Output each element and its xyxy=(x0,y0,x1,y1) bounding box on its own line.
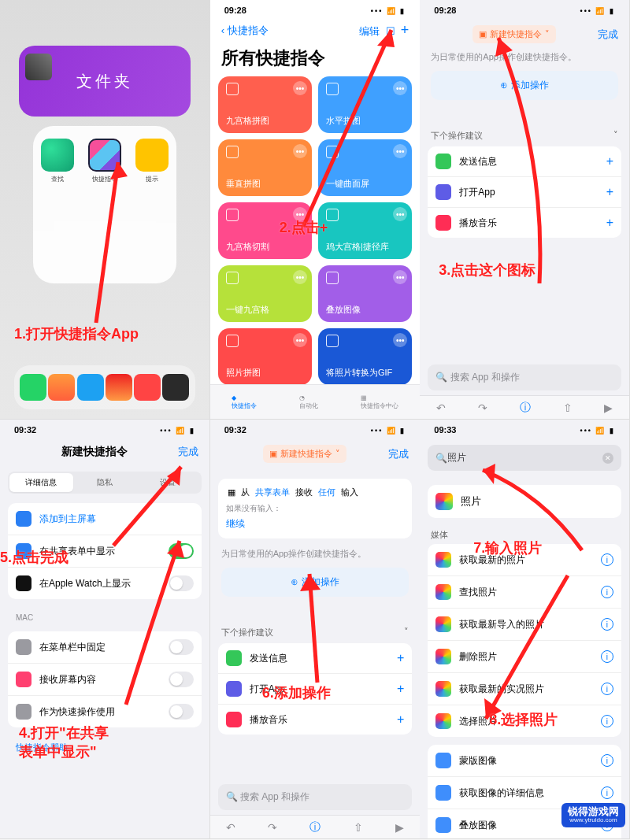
toggle[interactable] xyxy=(169,543,194,559)
select-icon[interactable]: ☐ xyxy=(386,25,395,37)
action-row[interactable]: 查找照片i xyxy=(428,576,621,609)
back-button[interactable]: ‹ 快捷指令 xyxy=(221,24,269,38)
shortcut-tile[interactable]: •••将照片转换为GIF xyxy=(318,328,412,385)
done-button[interactable]: 完成 xyxy=(178,445,198,459)
suggestion-row[interactable]: 播放音乐+ xyxy=(218,705,413,735)
action-row[interactable]: 获取最新导入的照片i xyxy=(428,609,621,641)
add-icon[interactable]: + xyxy=(397,682,404,696)
action-row[interactable]: 删除照片i xyxy=(428,641,621,673)
toggle[interactable] xyxy=(169,575,194,591)
dock-app-4[interactable] xyxy=(106,374,132,401)
info-icon[interactable]: ⓘ xyxy=(520,401,531,415)
shortcut-tile[interactable]: •••九宫格拼图 xyxy=(218,76,312,133)
search-field[interactable]: 🔍 搜索 App 和操作 xyxy=(428,364,621,390)
info-icon[interactable]: i xyxy=(601,786,613,799)
receive-input-card[interactable]: ▦ 从 共享表单 接收 任何 输入 如果没有输入： 继续 xyxy=(218,479,413,538)
info-icon[interactable]: i xyxy=(601,650,613,663)
app-find-my[interactable]: 查找 xyxy=(41,139,74,283)
action-row[interactable]: 选择照片i xyxy=(428,705,621,737)
done-button[interactable]: 完成 xyxy=(388,447,409,461)
info-icon[interactable]: i xyxy=(601,618,613,631)
files-widget[interactable]: 文件夹 xyxy=(19,46,191,117)
add-icon[interactable]: + xyxy=(606,216,613,230)
info-icon[interactable]: i xyxy=(601,683,613,695)
tile-menu-icon[interactable]: ••• xyxy=(393,81,407,95)
title-bar: ▣ 新建快捷指令 ˅ 完成 xyxy=(420,17,629,51)
tile-menu-icon[interactable]: ••• xyxy=(293,333,307,347)
add-icon[interactable]: + xyxy=(606,185,613,199)
tile-menu-icon[interactable]: ••• xyxy=(293,144,307,158)
shortcut-tile[interactable]: •••鸡大宫格|捷径库 xyxy=(318,202,412,259)
annotation-3: 3.点击这个图标 xyxy=(439,261,536,279)
action-row[interactable]: 获取最新的实况照片i xyxy=(428,673,621,705)
toggle[interactable] xyxy=(169,672,194,687)
photos-icon xyxy=(435,493,453,510)
shortcut-tile[interactable]: •••叠放图像 xyxy=(318,265,412,322)
seg-privacy[interactable]: 隐私 xyxy=(73,473,137,492)
suggestion-row[interactable]: 打开App+ xyxy=(428,177,621,208)
tile-menu-icon[interactable]: ••• xyxy=(393,144,407,158)
suggestion-row[interactable]: 发送信息+ xyxy=(218,643,413,674)
tab-automation[interactable]: ◔自动化 xyxy=(299,394,318,410)
app-folder[interactable]: 查找 快捷指令 提示 xyxy=(33,126,176,283)
clear-search-icon[interactable]: ✕ xyxy=(602,453,613,464)
search-field[interactable]: 🔍 照片✕ xyxy=(428,445,621,471)
help-link[interactable]: 快捷指令帮助 xyxy=(16,742,194,753)
shortcut-tile[interactable]: •••照片拼图 xyxy=(218,328,312,385)
redo-icon[interactable]: ↷ xyxy=(478,401,487,414)
shortcut-icon-chip[interactable]: ▣ 新建快捷指令 ˅ xyxy=(263,445,346,463)
done-button[interactable]: 完成 xyxy=(598,28,618,42)
suggestion-row[interactable]: 播放音乐+ xyxy=(428,208,621,238)
info-icon[interactable]: i xyxy=(601,586,613,598)
dock-app-3[interactable] xyxy=(77,374,104,401)
tile-menu-icon[interactable]: ••• xyxy=(293,81,307,95)
share-icon[interactable]: ⇧ xyxy=(563,401,573,414)
add-icon[interactable]: + xyxy=(606,154,613,168)
shortcuts-grid: •••九宫格拼图•••水平拼图•••垂直拼图•••一键曲面屏•••九宫格切割••… xyxy=(210,76,421,385)
tab-gallery[interactable]: ▦快捷指令中心 xyxy=(361,394,398,410)
settings-row[interactable]: 添加到主屏幕 xyxy=(8,503,202,535)
tile-menu-icon[interactable]: ••• xyxy=(393,207,407,221)
tab-shortcuts[interactable]: ◆快捷指令 xyxy=(232,394,257,410)
add-action-button[interactable]: ⊕ 添加操作 xyxy=(221,568,410,597)
action-row[interactable]: 蒙版图像i xyxy=(428,745,621,777)
tile-menu-icon[interactable]: ••• xyxy=(293,207,307,221)
dock-app-6[interactable] xyxy=(162,374,189,401)
info-icon[interactable]: i xyxy=(601,754,613,767)
segmented-control[interactable]: 详细信息 隐私 设置 xyxy=(8,472,202,494)
search-field[interactable]: 🔍 搜索 App 和操作 xyxy=(218,784,413,810)
shortcut-tile[interactable]: •••垂直拼图 xyxy=(218,139,312,196)
find-my-icon xyxy=(41,139,74,172)
info-icon[interactable]: i xyxy=(601,553,613,566)
dock-app-5[interactable] xyxy=(134,374,161,401)
add-icon[interactable]: + xyxy=(397,651,404,665)
toggle[interactable] xyxy=(169,704,194,720)
app-tips[interactable]: 提示 xyxy=(135,139,169,283)
suggestion-row[interactable]: 发送信息+ xyxy=(428,146,621,177)
edit-button[interactable]: 编辑 xyxy=(359,25,380,37)
headline: 所有快捷指令 xyxy=(210,43,421,76)
tile-menu-icon[interactable]: ••• xyxy=(393,333,407,347)
seg-settings[interactable]: 设置 xyxy=(136,473,200,492)
dock-app-2[interactable] xyxy=(48,374,75,401)
action-row[interactable]: 获取最新的照片i xyxy=(428,544,621,576)
tile-menu-icon[interactable]: ••• xyxy=(293,270,307,284)
toggle[interactable] xyxy=(169,639,194,655)
shortcut-tile[interactable]: •••水平拼图 xyxy=(318,76,412,133)
add-button[interactable]: + xyxy=(401,22,410,38)
shortcut-icon-chip[interactable]: ▣ 新建快捷指令 ˅ xyxy=(472,25,556,43)
add-action-button[interactable]: ⊕ 添加操作 xyxy=(431,71,618,100)
tile-menu-icon[interactable]: ••• xyxy=(393,270,407,284)
shortcut-tile[interactable]: •••九宫格切割 xyxy=(218,202,312,259)
shortcut-tile[interactable]: •••一键曲面屏 xyxy=(318,139,412,196)
suggestion-row[interactable]: 打开App+ xyxy=(218,674,413,705)
photos-app-row[interactable]: 照片 xyxy=(428,485,621,518)
dock-app-1[interactable] xyxy=(20,374,46,401)
info-icon[interactable]: i xyxy=(601,715,613,727)
shortcut-tile[interactable]: •••一键九宫格 xyxy=(218,265,312,322)
add-icon[interactable]: + xyxy=(397,712,404,727)
play-icon[interactable]: ▶ xyxy=(604,401,613,414)
seg-details[interactable]: 详细信息 xyxy=(9,473,73,492)
app-shortcuts[interactable]: 快捷指令 xyxy=(88,139,121,283)
undo-icon[interactable]: ↶ xyxy=(436,401,446,414)
